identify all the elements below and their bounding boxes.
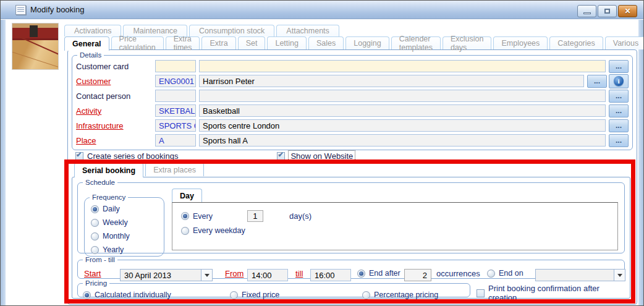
- show-on-website-label: Show on Website: [289, 151, 355, 161]
- tab-price-calculation[interactable]: Price calculation: [111, 36, 164, 49]
- from-link[interactable]: From: [225, 269, 244, 278]
- tab-activations[interactable]: Activations: [64, 25, 121, 36]
- tab-consumption-stock[interactable]: Consumption stock: [189, 25, 274, 36]
- pricing-calculated-label: Calculated individually: [95, 291, 171, 299]
- tab-logging[interactable]: Logging: [345, 36, 389, 49]
- print-confirmation-row: Print booking confirmation after creatio…: [477, 284, 630, 302]
- occurrences-label: occurrences: [436, 269, 480, 278]
- till-link[interactable]: till: [295, 269, 303, 278]
- radio-icon: [83, 291, 91, 299]
- tab-categories[interactable]: Categories: [549, 36, 603, 49]
- start-link[interactable]: Start: [84, 269, 101, 278]
- every-weekday-radio[interactable]: Every weekday: [181, 226, 245, 235]
- create-series-checkbox[interactable]: [75, 152, 83, 160]
- pricing-fixed-radio[interactable]: Fixed price: [230, 291, 279, 299]
- activity-value-field[interactable]: Basketball: [199, 104, 606, 117]
- infrastructure-value-field[interactable]: Sports centre London: [199, 119, 606, 132]
- tab-general[interactable]: General: [64, 36, 109, 51]
- frequency-yearly-label: Yearly: [103, 245, 124, 254]
- tab-extra[interactable]: Extra: [201, 36, 235, 49]
- window-title: Modify booking: [30, 5, 84, 14]
- frequency-monthly-label: Monthly: [103, 232, 130, 240]
- customer-card-label: Customer card: [76, 62, 155, 71]
- radio-icon: [91, 205, 99, 213]
- modify-booking-window: Modify booking ✕ Activations Maintenance…: [0, 0, 644, 306]
- end-after-label: End after: [369, 269, 400, 278]
- frequency-daily-radio[interactable]: Daily: [91, 205, 130, 213]
- frequency-groupbox: Frequency Daily Weekly Monthly: [84, 193, 164, 257]
- main-tab-bar: General Price calculation Extra times Ex…: [64, 36, 644, 51]
- pricing-percentage-radio[interactable]: Percentage pricing: [362, 291, 438, 299]
- every-days-input[interactable]: 1: [247, 210, 263, 222]
- frequency-daily-label: Daily: [103, 205, 120, 213]
- serial-tab-bar: Serial booking Extra places: [74, 163, 204, 177]
- end-after-radio[interactable]: End after: [357, 269, 400, 278]
- tab-serial-booking[interactable]: Serial booking: [74, 163, 143, 177]
- days-suffix-label: day(s): [289, 211, 311, 221]
- every-weekday-row: Every weekday: [181, 226, 245, 235]
- frequency-weekly-radio[interactable]: Weekly: [91, 218, 130, 227]
- tab-various[interactable]: Various: [605, 36, 644, 49]
- radio-icon: [487, 270, 495, 278]
- customer-value-field[interactable]: Harrison Peter: [199, 75, 584, 87]
- contact-person-browse-button[interactable]: ...: [609, 90, 629, 103]
- tab-set[interactable]: Set: [238, 36, 266, 49]
- tab-employees[interactable]: Employees: [493, 36, 548, 49]
- customer-browse-button[interactable]: ...: [587, 75, 607, 88]
- infrastructure-browse-button[interactable]: ...: [609, 119, 629, 132]
- serial-booking-panel: Schedule Frequency Daily Weekly: [72, 177, 630, 299]
- end-on-radio[interactable]: End on: [487, 269, 523, 278]
- infrastructure-link[interactable]: Infrastructure: [76, 121, 155, 130]
- radio-icon: [91, 232, 99, 240]
- contact-person-row: Contact person ...: [76, 88, 629, 103]
- place-value-field[interactable]: Sports hall A: [199, 134, 606, 147]
- pricing-groupbox: Pricing Calculated individually Fixed pr…: [77, 279, 470, 297]
- infrastructure-code-field[interactable]: SPORTS C: [155, 119, 196, 132]
- tab-attachments[interactable]: Attachments: [276, 25, 339, 36]
- activity-code-field[interactable]: SKETBALL: [155, 104, 196, 117]
- minimize-button[interactable]: [577, 5, 596, 17]
- tab-letting[interactable]: Letting: [267, 36, 307, 49]
- contact-person-value-field[interactable]: [199, 90, 606, 102]
- place-browse-button[interactable]: ...: [609, 134, 629, 147]
- pricing-calculated-radio[interactable]: Calculated individually: [83, 291, 171, 299]
- customer-card-browse-button[interactable]: ...: [609, 60, 629, 73]
- tab-sales[interactable]: Sales: [308, 36, 344, 49]
- customer-code-field[interactable]: ENG0001: [155, 75, 196, 87]
- facility-photo-thumbnail: [12, 23, 59, 70]
- end-on-date-combobox[interactable]: [535, 269, 625, 281]
- schedule-legend: Schedule: [83, 179, 117, 186]
- frequency-monthly-radio[interactable]: Monthly: [91, 232, 130, 240]
- close-button[interactable]: ✕: [618, 5, 637, 17]
- tab-exclusion-days[interactable]: Exclusion days: [443, 36, 492, 49]
- create-series-label: Create series of bookings: [87, 151, 178, 161]
- place-link[interactable]: Place: [76, 136, 155, 145]
- customer-card-code-field[interactable]: [155, 60, 196, 72]
- frequency-legend: Frequency: [90, 193, 128, 201]
- radio-icon: [181, 227, 189, 235]
- every-radio[interactable]: Every: [181, 212, 213, 221]
- activity-link[interactable]: Activity: [76, 106, 155, 116]
- place-code-field[interactable]: A: [155, 134, 196, 147]
- every-weekday-label: Every weekday: [193, 226, 245, 235]
- tab-calender-templates[interactable]: Calender templates: [391, 36, 441, 49]
- contact-person-code-field[interactable]: [155, 90, 196, 102]
- customer-info-button[interactable]: i: [609, 74, 629, 88]
- activity-browse-button[interactable]: ...: [609, 104, 629, 117]
- radio-icon: [362, 291, 370, 299]
- frequency-yearly-radio[interactable]: Yearly: [91, 245, 130, 254]
- maximize-button[interactable]: [598, 5, 617, 17]
- tab-extra-times[interactable]: Extra times: [166, 36, 200, 49]
- general-tab-panel: Details Customer card ... Customer ENG00…: [67, 49, 637, 305]
- infrastructure-row: Infrastructure SPORTS C Sports centre Lo…: [76, 118, 629, 133]
- window-frame-right: [638, 20, 643, 305]
- customer-card-value-field[interactable]: [199, 60, 606, 72]
- print-confirmation-checkbox[interactable]: [477, 289, 485, 297]
- dropdown-arrow-icon[interactable]: [614, 270, 625, 281]
- details-groupbox: Details Customer card ... Customer ENG00…: [72, 51, 633, 150]
- tab-day[interactable]: Day: [172, 189, 202, 202]
- every-label: Every: [193, 212, 213, 221]
- customer-link[interactable]: Customer: [76, 77, 155, 86]
- tab-extra-places[interactable]: Extra places: [145, 163, 204, 176]
- show-on-website-checkbox[interactable]: [277, 152, 285, 160]
